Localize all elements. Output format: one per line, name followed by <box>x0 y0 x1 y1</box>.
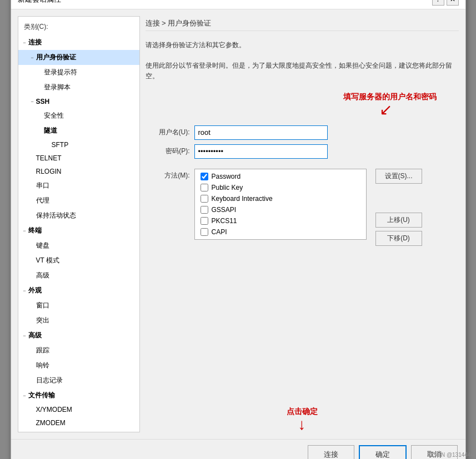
sidebar-item-安全性[interactable]: 安全性 <box>18 108 139 123</box>
sidebar-item-代理[interactable]: 代理 <box>18 193 139 208</box>
sidebar-item-TELNET[interactable]: TELNET <box>18 152 139 165</box>
tree-item-label: TELNET <box>36 154 62 162</box>
tree-item-label: 安全性 <box>44 111 64 120</box>
checkbox-GSSAPI[interactable] <box>201 206 208 214</box>
method-label-PKCS11: PKCS11 <box>212 217 237 225</box>
sidebar-item-连接[interactable]: －连接 <box>18 35 139 50</box>
title-controls: ? ✕ <box>432 0 459 6</box>
sidebar-item-隧道[interactable]: 隧道 <box>18 123 139 138</box>
sidebar-item-高级[interactable]: 高级 <box>18 268 139 283</box>
help-button[interactable]: ? <box>432 0 444 6</box>
checkbox-PublicKey[interactable] <box>201 184 208 191</box>
tree-item-label: SSH <box>36 98 50 105</box>
method-checkbox-CAPI[interactable]: CAPI <box>201 228 360 236</box>
method-checkbox-GSSAPI[interactable]: GSSAPI <box>201 206 360 214</box>
method-label-CAPI: CAPI <box>212 228 227 236</box>
username-label: 用户名(U): <box>146 128 190 137</box>
sidebar-item-SSH[interactable]: －SSH <box>18 95 139 108</box>
tree-toggle-icon: － <box>28 98 36 105</box>
tree-item-label: 登录提示符 <box>44 68 77 77</box>
watermark: CSDN @1314444 <box>429 452 474 458</box>
password-row: 密码(P): <box>146 144 459 159</box>
method-buttons: 设置(S)... 上移(U) 下移(D) <box>375 169 422 246</box>
method-section: 方法(M): PasswordPublic KeyKeyboard Intera… <box>146 169 459 246</box>
tree-container: －连接－用户身份验证登录提示符登录脚本－SSH安全性隧道SFTPTELNETRL… <box>18 35 139 430</box>
sidebar-item-保持活动状态[interactable]: 保持活动状态 <box>18 208 139 223</box>
checkbox-KeyboardInteractive[interactable] <box>201 195 208 203</box>
sidebar-item-窗口[interactable]: 窗口 <box>18 298 139 313</box>
sidebar-item-X/YMODEM[interactable]: X/YMODEM <box>18 403 139 416</box>
connect-button[interactable]: 连接 <box>308 445 354 459</box>
annotation-top-text: 填写服务器的用户名和密码 <box>343 92 437 102</box>
tree-item-label: RLOGIN <box>36 168 62 175</box>
tree-item-label: 高级 <box>36 271 49 280</box>
sidebar-item-跟踪[interactable]: 跟踪 <box>18 343 139 358</box>
tree-item-label: 高级 <box>28 331 42 340</box>
sidebar-item-响铃[interactable]: 响铃 <box>18 358 139 373</box>
method-checkbox-Password[interactable]: Password <box>201 173 360 180</box>
tree-item-label: 键盘 <box>36 241 49 250</box>
sidebar-item-串口[interactable]: 串口 <box>18 178 139 193</box>
tree-item-label: 终端 <box>28 226 42 235</box>
checkbox-CAPI[interactable] <box>201 228 208 236</box>
dialog: 新建会话属性 ? ✕ 类别(C): －连接－用户身份验证登录提示符登录脚本－SS… <box>11 0 466 459</box>
tree-item-label: SFTP <box>52 141 69 149</box>
tree-toggle-icon: － <box>21 392 28 400</box>
tree-item-label: 跟踪 <box>36 346 49 355</box>
method-label-KeyboardInteractive: Keyboard Interactive <box>212 195 273 203</box>
username-row: 用户名(U): <box>146 125 459 140</box>
tree-item-label: 文件传输 <box>28 391 55 400</box>
sidebar-item-终端[interactable]: －终端 <box>18 223 139 238</box>
sidebar-item-登录脚本[interactable]: 登录脚本 <box>18 80 139 95</box>
annotation-bottom-box: 点击确定 ↓ <box>146 396 459 432</box>
sidebar-item-RLOGIN[interactable]: RLOGIN <box>18 165 139 178</box>
sidebar-item-VT 模式[interactable]: VT 模式 <box>18 253 139 268</box>
method-checkbox-PublicKey[interactable]: Public Key <box>201 184 360 191</box>
tree-toggle-icon: － <box>21 287 28 295</box>
tree-item-label: 窗口 <box>36 301 49 310</box>
sidebar-item-登录提示符[interactable]: 登录提示符 <box>18 65 139 80</box>
method-checkbox-PKCS11[interactable]: PKCS11 <box>201 217 360 225</box>
close-button[interactable]: ✕ <box>447 0 459 6</box>
move-down-button[interactable]: 下移(D) <box>375 231 422 246</box>
checkbox-PKCS11[interactable] <box>201 217 208 225</box>
method-checkbox-KeyboardInteractive[interactable]: Keyboard Interactive <box>201 195 360 203</box>
tree-item-label: 隧道 <box>44 126 57 135</box>
password-input[interactable] <box>194 144 328 159</box>
tree-item-label: 连接 <box>28 38 42 47</box>
ok-button[interactable]: 确定 <box>359 445 407 459</box>
tree-toggle-icon: － <box>21 332 28 340</box>
method-box: PasswordPublic KeyKeyboard InteractiveGS… <box>194 169 367 240</box>
sidebar: 类别(C): －连接－用户身份验证登录提示符登录脚本－SSH安全性隧道SFTPT… <box>18 16 140 432</box>
sidebar-item-SFTP[interactable]: SFTP <box>18 138 139 152</box>
description-1: 请选择身份验证方法和其它参数。 <box>146 40 459 51</box>
tree-item-label: VT 模式 <box>36 256 59 265</box>
sidebar-item-键盘[interactable]: 键盘 <box>18 238 139 253</box>
arrow-down-icon: ↙ <box>379 102 392 118</box>
method-label: 方法(M): <box>146 169 190 180</box>
sidebar-item-文件传输[interactable]: －文件传输 <box>18 388 139 403</box>
username-input[interactable] <box>194 125 328 140</box>
sidebar-item-ZMODEM[interactable]: ZMODEM <box>18 416 139 430</box>
sidebar-item-高级2[interactable]: －高级 <box>18 328 139 343</box>
arrow-down-red-icon: ↓ <box>298 417 306 432</box>
method-label-GSSAPI: GSSAPI <box>212 206 237 214</box>
password-label: 密码(P): <box>146 147 190 156</box>
settings-button[interactable]: 设置(S)... <box>375 169 422 184</box>
move-up-button[interactable]: 上移(U) <box>375 213 422 228</box>
footer: 连接 确定 取消 CSDN @1314444 <box>11 439 465 459</box>
form-area: 用户名(U): 密码(P): <box>146 125 459 159</box>
tree-item-label: 保持活动状态 <box>36 211 76 220</box>
breadcrumb: 连接 > 用户身份验证 <box>146 16 459 31</box>
method-label-Password: Password <box>212 173 241 180</box>
sidebar-item-日志记录[interactable]: 日志记录 <box>18 373 139 388</box>
tree-item-label: 登录脚本 <box>44 83 71 92</box>
sidebar-item-外观[interactable]: －外观 <box>18 283 139 298</box>
sidebar-item-用户身份验证[interactable]: －用户身份验证 <box>18 50 139 65</box>
tree-item-label: 外观 <box>28 286 42 295</box>
checkbox-Password[interactable] <box>201 173 208 180</box>
sidebar-item-突出[interactable]: 突出 <box>18 313 139 328</box>
tree-item-label: 用户身份验证 <box>36 53 76 62</box>
main-content: 连接 > 用户身份验证 请选择身份验证方法和其它参数。 使用此部分以节省登录时间… <box>146 16 459 432</box>
tree-toggle-icon: － <box>21 227 28 235</box>
